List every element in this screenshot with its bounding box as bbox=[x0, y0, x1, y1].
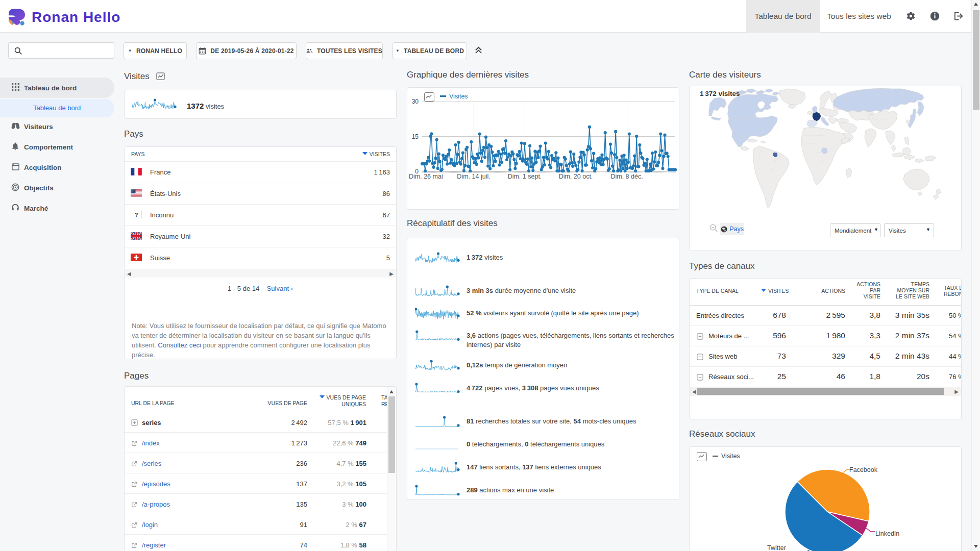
svg-text:15: 15 bbox=[412, 133, 419, 140]
svg-text:Dim. 20 oct.: Dim. 20 oct. bbox=[559, 173, 593, 180]
svg-text:Dim. 14 juil.: Dim. 14 juil. bbox=[457, 173, 490, 180]
svg-text:30: 30 bbox=[412, 98, 419, 105]
svg-text:Dim. 1 sept.: Dim. 1 sept. bbox=[508, 173, 542, 180]
svg-text:Dim. 8 déc.: Dim. 8 déc. bbox=[610, 173, 643, 180]
svg-text:?: ? bbox=[135, 211, 138, 217]
svg-text:Dim. 26 mai: Dim. 26 mai bbox=[409, 173, 443, 180]
